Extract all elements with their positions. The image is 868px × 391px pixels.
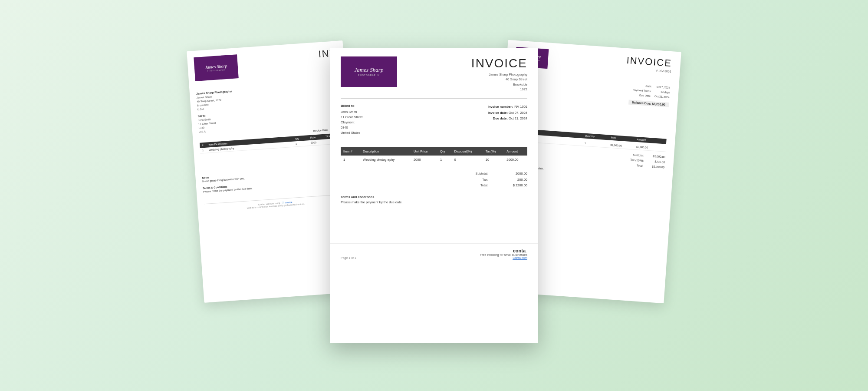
balance-due: Balance Due: $2,200.00 [628, 100, 669, 107]
inv-right-totals-labels: Subtotal: Tax (10%): Total: [630, 152, 644, 168]
row-num: 1 [202, 149, 209, 152]
billed-info: John Smith 11 Clear Street Claymont 5340… [341, 109, 362, 136]
inv-right-meta-labels: Date: Payment Terms: Due Date: [632, 83, 652, 98]
tax-value: 200.00 [501, 177, 527, 183]
r-col-qty: Quantity [585, 135, 611, 139]
conta-logo: conta . [480, 248, 527, 253]
inv-center-table-wrap: Item # Description Unit Price Qty Discou… [330, 141, 538, 171]
r-row-rate: $2,000.00 [610, 144, 636, 148]
th-discount: Discount(%) [451, 147, 483, 156]
th-qty: Qty [437, 147, 451, 156]
r-total-label: Total: [630, 162, 644, 169]
logo-sub-center: PHOTOGRAPHY [358, 74, 380, 76]
inv-right-title-area: INVOICE # INV-1001 [553, 50, 672, 73]
th-item: Item # [341, 147, 360, 156]
inv-center-terms: Terms and conditions Please make the pay… [330, 189, 538, 209]
th-amount: Amount [504, 147, 527, 156]
footer-tagline: Free invoicing for small businesses [480, 253, 527, 256]
subtotal-label: Subtotal: [475, 171, 488, 177]
row-qty: 1 [295, 142, 310, 145]
balance-label: Balance Due: [632, 101, 651, 105]
r-total-value: $2,200.00 [652, 164, 665, 170]
due-date-value-r: Oct 21, 2024 [654, 94, 670, 99]
r-row-qty: 1 [584, 142, 610, 146]
inv-center-billing-section: Billed to John Smith 11 Clear Street Cla… [330, 99, 538, 141]
row-rate: 2000 [310, 140, 326, 144]
total-label: Total: [480, 182, 488, 189]
logo-banner-center: James Sharp PHOTOGRAPHY [341, 56, 397, 87]
inv-center-address: James Sharp Photography 40 Snap Street B… [406, 72, 527, 92]
inv-right-meta-values: Oct 7, 2024 14 days Oct 21, 2024 [654, 85, 671, 100]
tax-label: Tax: [482, 177, 488, 183]
inv-left-invoice-date-label: Invoice Date: [313, 129, 328, 132]
inv-center-header: James Sharp PHOTOGRAPHY INVOICE James Sh… [330, 48, 538, 98]
table-row: 1 Wedding photography 2000 1 0 10 2000.0… [341, 156, 527, 164]
inv-right-totals-values: $2,000.00 $200.00 $2,200.00 [652, 154, 665, 170]
inv-date-row: Invoice date: Oct 07, 2024 [488, 110, 527, 116]
td-amount: 2000.00 [504, 156, 527, 164]
td-discount: 0 [451, 156, 483, 164]
r-row-amount: $2,000.00 [636, 146, 662, 150]
terms-text: Please make the payment by the due date. [341, 200, 527, 204]
subtotal-value: 2000.00 [501, 171, 527, 177]
r-tax-label: Tax (10%): [630, 157, 644, 163]
invoice-center: James Sharp PHOTOGRAPHY INVOICE James Sh… [330, 48, 538, 343]
td-qty: 1 [437, 156, 451, 164]
billed-to-label: Billed to [341, 104, 362, 108]
total-row: Total: $ 2200.00 [341, 182, 527, 189]
inv-center-billed-to: Billed to John Smith 11 Clear Street Cla… [341, 104, 362, 136]
td-desc: Wedding photography [360, 156, 411, 164]
inv-left-title: INV [241, 47, 337, 65]
td-tax: 10 [483, 156, 504, 164]
total-value: $ 2200.00 [501, 182, 527, 189]
td-price: 2000 [411, 156, 437, 164]
r-col-amount: Amount [637, 138, 663, 142]
inv-center-footer: Page 1 of 1 conta . Free invoicing for s… [330, 243, 538, 265]
inv-num-row: Invoice number: INV-1001 [488, 104, 527, 110]
th-desc: Description [360, 147, 411, 156]
footer-link[interactable]: Conta.com [513, 256, 527, 259]
r-col-rate: Rate [611, 136, 637, 141]
td-item: 1 [341, 156, 360, 164]
inv-center-title-area: INVOICE James Sharp Photography 40 Snap … [406, 56, 527, 92]
logo-text-center: James Sharp [355, 67, 384, 73]
logo-banner-left: James Sharp PHOTOGRAPHY [194, 54, 239, 81]
due-date-label-r: Due Date: [632, 93, 651, 99]
col-qty: Qty [295, 136, 310, 140]
subtotal-row: Subtotal: 2000.00 [341, 171, 527, 177]
inv-center-table: Item # Description Unit Price Qty Discou… [341, 147, 527, 164]
th-price: Unit Price [411, 147, 437, 156]
inv-center-title: INVOICE [406, 56, 527, 70]
col-hash: # [202, 143, 208, 146]
inv-left-footer: Crafted with love using 📄 Invoice Visit … [204, 194, 348, 212]
col-rate: Rate [310, 135, 326, 139]
inv-center-totals: Subtotal: 2000.00 Tax: 200.00 Total: $ 2… [330, 171, 538, 189]
footer-page: Page 1 of 1 [341, 256, 356, 259]
scene: James Sharp PHOTOGRAPHY INV James Sharp … [195, 33, 673, 358]
terms-title: Terms and conditions [341, 195, 527, 199]
inv-due-row: Due date: Oct 21, 2024 [488, 116, 527, 122]
inv-center-details: Invoice number: INV-1001 Invoice date: O… [488, 104, 527, 136]
th-tax: Tax(%) [483, 147, 504, 156]
tax-row: Tax: 200.00 [341, 177, 527, 183]
r-subtotal-value: $2,000.00 [652, 154, 665, 160]
footer-brand: conta . Free invoicing for small busines… [480, 248, 527, 259]
balance-value: $2,200.00 [652, 103, 666, 106]
